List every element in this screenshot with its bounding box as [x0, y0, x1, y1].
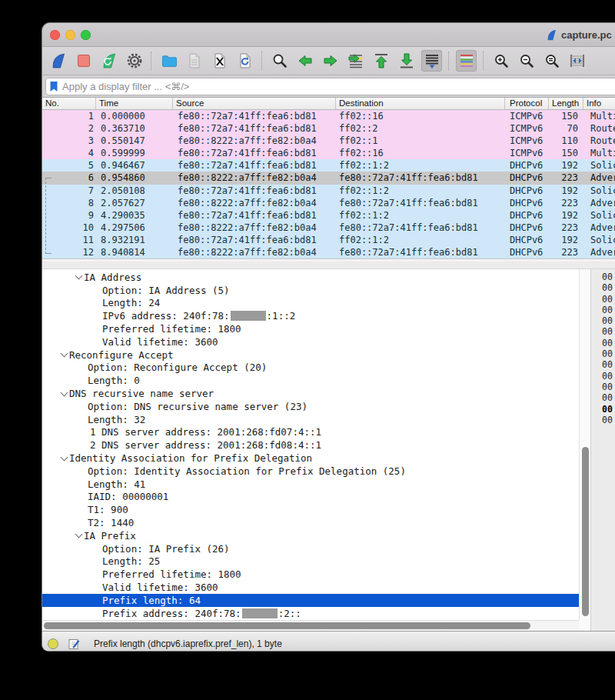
detail-row[interactable]: Valid lifetime: 3600 [42, 335, 579, 348]
capture-options-button[interactable] [124, 50, 145, 72]
pane-splitter[interactable] [42, 258, 615, 269]
save-file-button[interactable] [184, 50, 204, 72]
detail-row[interactable]: 2 DNS server address: 2001:268:fd08:4::1 [42, 438, 579, 452]
detail-row[interactable]: Preferred lifetime: 1800 [42, 322, 579, 335]
detail-row[interactable]: Prefix length: 64 [42, 594, 579, 607]
column-header-length[interactable]: Length [549, 98, 583, 109]
hex-byte[interactable]: 00 [602, 415, 615, 425]
packet-row[interactable]: 2 0.363710 fe80::72a7:41ff:fea6:bd81 ff0… [42, 122, 615, 135]
chevron-down-icon[interactable] [58, 350, 69, 359]
detail-vertical-scrollbar[interactable] [579, 269, 590, 620]
hex-byte[interactable]: 00 [602, 359, 615, 370]
go-back-button[interactable] [294, 50, 315, 72]
auto-scroll-toggle[interactable] [421, 50, 442, 72]
detail-row[interactable]: Identity Association for Prefix Delegati… [42, 452, 579, 465]
column-header-protocol[interactable]: Protocol [505, 98, 549, 109]
detail-row[interactable]: Option: Identity Association for Prefix … [42, 465, 579, 478]
packet-row[interactable]: 6 0.954860 fe80::8222:a7ff:fe82:b0a4 fe8… [42, 172, 615, 184]
packet-bytes-pane[interactable]: 0000000000000000000000000000 [590, 269, 615, 631]
packet-row[interactable]: 4 0.599999 fe80::72a7:41ff:fea6:bd81 ff0… [42, 147, 615, 159]
minimize-window-button[interactable] [65, 30, 75, 40]
close-file-button[interactable] [209, 50, 230, 72]
find-packet-button[interactable] [269, 50, 290, 72]
detail-row[interactable]: Option: DNS recursive name server (23) [42, 400, 579, 413]
detail-row[interactable]: 1 DNS server address: 2001:268:fd07:4::1 [42, 426, 579, 439]
detail-row[interactable]: Option: Reconfigure Accept (20) [42, 362, 579, 375]
capture-comment-button[interactable] [68, 638, 80, 650]
detail-row[interactable]: Preferred lifetime: 1800 [42, 568, 579, 581]
hex-byte[interactable]: 00 [602, 371, 615, 382]
expert-info-button[interactable] [47, 638, 59, 650]
hex-byte[interactable]: 00 [602, 392, 615, 403]
reload-file-button[interactable] [234, 50, 255, 72]
display-filter-box[interactable] [45, 78, 615, 95]
column-header-source[interactable]: Source [173, 98, 336, 109]
packet-row[interactable]: 5 0.946467 fe80::72a7:41ff:fea6:bd81 ff0… [42, 159, 615, 172]
bookmark-icon[interactable] [49, 81, 58, 92]
hex-byte[interactable]: 00 [602, 272, 615, 282]
column-header-info[interactable]: Info [583, 98, 615, 109]
detail-horizontal-scrollbar[interactable] [42, 620, 579, 631]
detail-row[interactable]: Option: IA Prefix (26) [42, 542, 579, 555]
detail-row[interactable]: T1: 900 [42, 503, 579, 516]
column-header-no[interactable]: No. [42, 98, 96, 109]
packet-row[interactable]: 12 8.940814 fe80::8222:a7ff:fe82:b0a4 fe… [42, 246, 615, 258]
hex-byte[interactable]: 00 [602, 305, 615, 315]
detail-row[interactable]: DNS recursive name server [42, 387, 579, 400]
zoom-out-button[interactable] [516, 50, 537, 72]
colorize-toggle[interactable] [456, 50, 477, 72]
open-file-button[interactable] [158, 50, 179, 72]
display-filter-input[interactable] [62, 81, 615, 92]
detail-row[interactable]: IA Prefix [42, 529, 579, 542]
detail-row[interactable]: T2: 1440 [42, 516, 579, 529]
packet-row[interactable]: 1 0.000000 fe80::72a7:41ff:fea6:bd81 ff0… [42, 110, 615, 122]
chevron-down-icon[interactable] [73, 272, 84, 282]
go-to-packet-button[interactable] [345, 50, 366, 72]
stop-capture-button[interactable] [73, 50, 94, 72]
detail-row[interactable]: Length: 0 [42, 374, 579, 387]
chevron-down-icon[interactable] [73, 531, 84, 540]
hex-byte[interactable]: 00 [602, 404, 615, 415]
detail-row[interactable]: IA Address [42, 271, 579, 284]
packet-row[interactable]: 7 2.050108 fe80::72a7:41ff:fea6:bd81 ff0… [42, 185, 615, 197]
vertical-scrollbar-thumb[interactable] [582, 447, 589, 616]
resize-columns-button[interactable] [567, 50, 587, 72]
packet-row[interactable]: 8 2.057627 fe80::8222:a7ff:fe82:b0a4 fe8… [42, 197, 615, 209]
zoom-reset-button[interactable] [541, 50, 562, 72]
packet-row[interactable]: 9 4.290035 fe80::72a7:41ff:fea6:bd81 ff0… [42, 209, 615, 222]
detail-row[interactable]: Length: 32 [42, 413, 579, 426]
hex-byte[interactable]: 00 [602, 315, 615, 326]
restart-capture-button[interactable] [98, 50, 119, 72]
zoom-window-button[interactable] [81, 30, 91, 40]
detail-row[interactable]: IAID: 00000001 [42, 491, 579, 504]
go-to-top-button[interactable] [371, 50, 391, 72]
hex-byte[interactable]: 00 [602, 326, 615, 337]
close-window-button[interactable] [50, 30, 60, 40]
hex-byte[interactable]: 00 [602, 282, 615, 293]
zoom-in-button[interactable] [490, 50, 511, 72]
titlebar[interactable]: capture.pc [42, 23, 615, 47]
detail-row[interactable]: Option: IA Address (5) [42, 284, 579, 297]
detail-row[interactable]: IPv6 address: 240f:78: :1::2 [42, 309, 579, 322]
hex-byte[interactable]: 00 [602, 382, 615, 392]
go-forward-button[interactable] [320, 50, 341, 72]
go-to-bottom-button[interactable] [396, 50, 417, 72]
packet-row[interactable]: 3 0.550147 fe80::8222:a7ff:fe82:b0a4 ff0… [42, 135, 615, 147]
detail-row[interactable]: Reconfigure Accept [42, 348, 579, 362]
horizontal-scrollbar-thumb[interactable] [44, 622, 530, 629]
chevron-down-icon[interactable] [58, 389, 69, 398]
packet-row[interactable]: 10 4.297506 fe80::8222:a7ff:fe82:b0a4 fe… [42, 222, 615, 234]
detail-row[interactable]: Prefix address: 240f:78: :2:: [42, 607, 579, 620]
detail-row[interactable]: Length: 24 [42, 297, 579, 310]
detail-row[interactable]: Length: 41 [42, 478, 579, 491]
chevron-down-icon[interactable] [58, 454, 69, 463]
hex-byte[interactable]: 00 [602, 348, 615, 359]
detail-row[interactable]: Length: 25 [42, 555, 579, 568]
start-capture-button[interactable] [48, 50, 68, 72]
detail-row[interactable]: Valid lifetime: 3600 [42, 581, 579, 594]
column-header-destination[interactable]: Destination [336, 98, 505, 109]
hex-byte[interactable]: 00 [602, 294, 615, 305]
packet-row[interactable]: 11 8.932191 fe80::72a7:41ff:fea6:bd81 ff… [42, 234, 615, 246]
column-header-time[interactable]: Time [96, 98, 173, 109]
hex-byte[interactable]: 00 [602, 338, 615, 348]
